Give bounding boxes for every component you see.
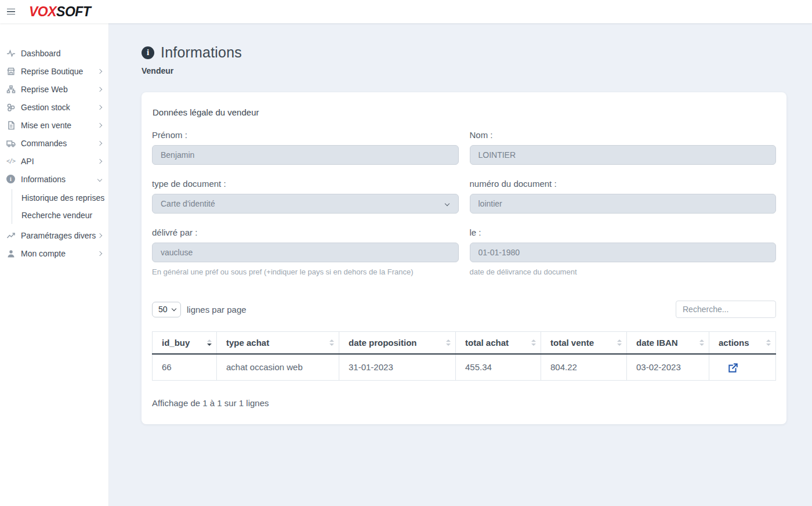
table-controls: 50 lignes par page <box>152 301 776 318</box>
cell-date-iban: 03-02-2023 <box>627 354 709 380</box>
prenom-input[interactable] <box>152 145 459 165</box>
table-footer-summary: Affichage de 1 à 1 sur 1 lignes <box>152 398 776 408</box>
user-icon <box>6 248 16 258</box>
sort-icon <box>531 339 536 346</box>
cell-type-achat: achat occasion web <box>217 354 339 380</box>
document-icon <box>6 120 16 130</box>
column-header-total-vente[interactable]: total vente <box>541 332 627 355</box>
column-header-actions[interactable]: actions <box>709 332 776 355</box>
logo-text-secondary: SOFT <box>56 4 90 19</box>
sort-icon <box>617 339 622 346</box>
field-label: Nom : <box>470 130 777 140</box>
sidebar-item-reprise-web[interactable]: Reprise Web <box>0 80 108 98</box>
field-label: Prénom : <box>152 130 459 140</box>
delivre-par-input[interactable] <box>152 243 459 262</box>
cell-total-achat: 455.34 <box>456 354 541 380</box>
card-title: Données légale du vendeur <box>152 107 776 117</box>
sidebar-item-label: API <box>21 157 98 166</box>
info-badge-icon: i <box>142 46 154 59</box>
info-circle-icon: i <box>6 174 16 184</box>
page-title: Informations <box>161 44 242 61</box>
chevron-right-icon <box>97 86 102 91</box>
table-row: 66 achat occasion web 31-01-2023 455.34 … <box>153 354 776 380</box>
chevron-right-icon <box>97 68 102 73</box>
cell-date-proposition: 31-01-2023 <box>339 354 456 380</box>
sidebar-item-gestion-stock[interactable]: Gestion stock <box>0 98 108 116</box>
column-header-type-achat[interactable]: type achat <box>217 332 339 355</box>
top-bar: VOXSOFT <box>0 0 812 23</box>
nom-input[interactable] <box>470 145 777 165</box>
sidebar-item-reprise-boutique[interactable]: Reprise Boutique <box>0 62 108 80</box>
hamburger-icon[interactable] <box>0 0 22 23</box>
field-delivre-par: délivré par : En général une préf ou sou… <box>152 227 459 276</box>
field-le: le : date de délivrance du document <box>470 227 777 276</box>
sidebar-item-label: Reprise Boutique <box>21 67 98 76</box>
sort-icon <box>207 339 212 346</box>
page-size-value: 50 <box>158 305 168 314</box>
table-header-row: id_buy type achat date proposition total… <box>153 332 776 355</box>
sidebar-item-label: Dashboard <box>21 49 102 58</box>
chevron-right-icon <box>97 104 102 109</box>
column-header-total-achat[interactable]: total achat <box>456 332 541 355</box>
external-link-icon[interactable] <box>728 363 738 373</box>
boxes-icon <box>6 102 16 112</box>
field-type-document: type de document : Carte d'identité <box>152 179 459 214</box>
chevron-right-icon <box>97 233 102 237</box>
sidebar-item-label: Mise en vente <box>21 121 98 130</box>
sidebar-item-historique-des-reprises[interactable]: Historique des reprises <box>12 189 108 207</box>
page-size-select[interactable]: 50 <box>152 302 181 317</box>
cell-id-buy: 66 <box>153 354 217 380</box>
table-search-input[interactable] <box>676 301 776 318</box>
column-header-date-iban[interactable]: date IBAN <box>627 332 709 355</box>
numero-document-input[interactable] <box>470 194 777 214</box>
sidebar-item-label: Recherche vendeur <box>21 211 102 220</box>
field-nom: Nom : <box>470 130 777 165</box>
field-label: type de document : <box>152 179 459 189</box>
vendor-card: Données légale du vendeur Prénom : Nom :… <box>142 92 786 424</box>
sidebar-item-label: Reprise Web <box>21 85 98 94</box>
sidebar-item-dashboard[interactable]: Dashboard <box>0 44 108 62</box>
sort-icon <box>766 339 771 346</box>
field-numero-document: numéro du document : <box>470 179 777 214</box>
field-prenom: Prénom : <box>152 130 459 165</box>
field-label: délivré par : <box>152 227 459 237</box>
chevron-right-icon <box>97 158 102 163</box>
sidebar-item-parametrages-divers[interactable]: Paramétrages divers <box>0 226 108 244</box>
sort-icon <box>329 339 334 346</box>
vendor-form: Prénom : Nom : type de document : Carte … <box>152 130 776 276</box>
sidebar-item-commandes[interactable]: Commandes <box>0 134 108 152</box>
le-date-input[interactable] <box>470 243 777 262</box>
shop-icon <box>6 66 16 76</box>
sidebar-item-label: Mon compte <box>21 249 98 258</box>
main-content: i Informations Vendeur Données légale du… <box>109 23 812 506</box>
type-document-select[interactable]: Carte d'identité <box>152 194 459 214</box>
page-subtitle: Vendeur <box>142 66 786 75</box>
sidebar-item-api[interactable]: </> API <box>0 152 108 170</box>
page-size-label: lignes par page <box>187 305 246 315</box>
logo-text-primary: VOX <box>29 4 56 19</box>
sidebar-item-recherche-vendeur[interactable]: Recherche vendeur <box>12 207 108 224</box>
sidebar-item-mise-en-vente[interactable]: Mise en vente <box>0 116 108 134</box>
truck-icon <box>6 138 16 148</box>
chevron-right-icon <box>97 122 102 127</box>
cell-actions <box>709 354 776 380</box>
sidebar-item-mon-compte[interactable]: Mon compte <box>0 244 108 262</box>
sidebar-item-label: Paramétrages divers <box>21 231 98 240</box>
trending-up-icon <box>6 230 16 240</box>
informations-submenu: Historique des reprises Recherche vendeu… <box>12 189 108 224</box>
sort-icon <box>446 339 451 346</box>
sidebar-item-informations[interactable]: i Informations <box>0 170 108 188</box>
chevron-right-icon <box>97 251 102 255</box>
column-header-date-proposition[interactable]: date proposition <box>339 332 456 355</box>
field-hint: date de délivrance du document <box>470 268 777 276</box>
sort-icon <box>699 339 704 346</box>
activity-icon <box>6 48 16 58</box>
column-header-id-buy[interactable]: id_buy <box>153 332 217 355</box>
sidebar-item-label: Historique des reprises <box>21 193 104 203</box>
sidebar-item-label: Commandes <box>21 139 98 148</box>
sitemap-icon <box>6 84 16 94</box>
field-label: le : <box>470 227 777 237</box>
field-hint: En général une préf ou sous pref (+indiq… <box>152 268 459 276</box>
chevron-down-icon <box>171 306 176 311</box>
sidebar: Dashboard Reprise Boutique Reprise Web G… <box>0 23 109 506</box>
